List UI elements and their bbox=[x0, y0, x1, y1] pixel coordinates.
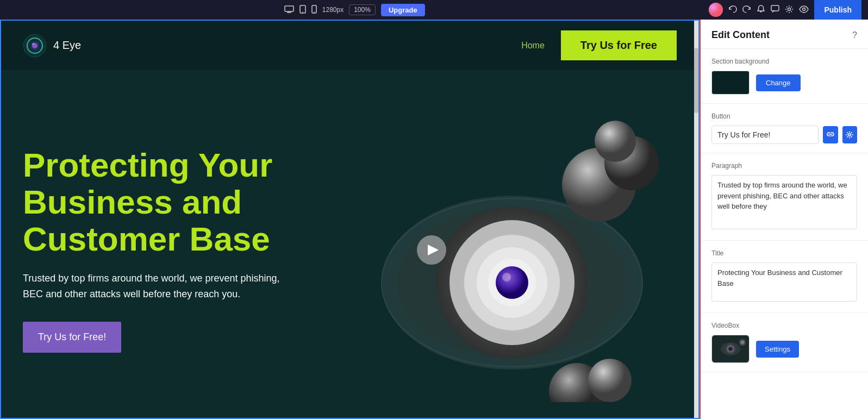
mobile-icon[interactable] bbox=[311, 5, 317, 15]
svg-point-6 bbox=[314, 11, 315, 12]
hero-subtitle: Trusted by top firms around the world, w… bbox=[23, 271, 284, 302]
preview-button[interactable] bbox=[799, 5, 809, 15]
svg-rect-0 bbox=[285, 6, 294, 11]
svg-point-7 bbox=[709, 3, 723, 17]
nav-right: Home Try Us for Free bbox=[521, 30, 677, 60]
button-input-row bbox=[711, 126, 857, 144]
videobox-row: Settings bbox=[711, 335, 857, 363]
undo-button[interactable] bbox=[728, 5, 737, 15]
title-label: Title bbox=[711, 249, 857, 257]
button-link-icon[interactable] bbox=[823, 126, 838, 143]
svg-point-41 bbox=[741, 341, 744, 344]
button-settings-icon[interactable] bbox=[842, 126, 858, 143]
videobox-section: VideoBox Settin bbox=[701, 313, 868, 372]
svg-rect-8 bbox=[771, 5, 779, 11]
nav-cta-button[interactable]: Try Us for Free bbox=[561, 30, 677, 60]
section-bg-section: Section background Change bbox=[701, 49, 868, 104]
scrollbar-thumb[interactable] bbox=[694, 48, 698, 113]
title-textarea[interactable] bbox=[711, 262, 857, 302]
svg-point-4 bbox=[302, 11, 303, 12]
toolbar-center: 1280px 100% Upgrade bbox=[7, 4, 702, 16]
videobox-thumbnail-img bbox=[714, 337, 747, 361]
svg-point-30 bbox=[588, 359, 632, 402]
edit-panel-header: Edit Content ? bbox=[701, 20, 868, 49]
videobox-settings-button[interactable]: Settings bbox=[756, 341, 799, 358]
toolbar: 1280px 100% Upgrade Publish bbox=[0, 0, 868, 20]
upgrade-button[interactable]: Upgrade bbox=[381, 4, 425, 16]
section-bg-row: Change bbox=[711, 71, 857, 95]
title-section: Title bbox=[701, 241, 868, 313]
hero-cta-button[interactable]: Try Us for Free! bbox=[23, 322, 121, 353]
section-bg-label: Section background bbox=[711, 58, 857, 65]
logo-text: 4 Eye bbox=[53, 39, 81, 52]
notifications-button[interactable] bbox=[757, 5, 765, 15]
hero-section: Protecting Your Business and Customer Ba… bbox=[1, 71, 698, 418]
button-label: Button bbox=[711, 112, 857, 120]
avatar[interactable] bbox=[709, 3, 723, 17]
hero-left: Protecting Your Business and Customer Ba… bbox=[23, 147, 284, 353]
videobox-label: VideoBox bbox=[711, 322, 857, 329]
zoom-selector[interactable]: 100% bbox=[349, 4, 376, 15]
paragraph-label: Paragraph bbox=[711, 162, 857, 170]
svg-point-24 bbox=[502, 273, 511, 282]
main-content: 4 Eye Home Try Us for Free Protecting Yo… bbox=[0, 20, 868, 419]
svg-point-39 bbox=[729, 348, 732, 351]
edit-panel-title: Edit Content bbox=[711, 29, 770, 41]
publish-button[interactable]: Publish bbox=[814, 0, 861, 20]
hero-visual bbox=[315, 71, 698, 418]
hero-illustration bbox=[338, 87, 675, 402]
resolution-display: 1280px bbox=[322, 6, 344, 14]
change-bg-button[interactable]: Change bbox=[756, 74, 801, 91]
canvas-area: 4 Eye Home Try Us for Free Protecting Yo… bbox=[0, 20, 700, 419]
scrollbar[interactable] bbox=[694, 21, 698, 418]
svg-point-15 bbox=[32, 43, 34, 45]
logo-area: 4 Eye bbox=[23, 34, 81, 58]
paragraph-textarea[interactable] bbox=[711, 175, 857, 229]
videobox-thumbnail[interactable] bbox=[711, 335, 750, 363]
svg-point-23 bbox=[496, 266, 528, 299]
section-bg-swatch[interactable] bbox=[711, 71, 750, 95]
redo-button[interactable] bbox=[742, 5, 751, 15]
edit-panel: Edit Content ? Section background Change… bbox=[700, 20, 868, 419]
button-section: Button bbox=[701, 104, 868, 153]
svg-point-33 bbox=[848, 134, 851, 136]
website-preview: 4 Eye Home Try Us for Free Protecting Yo… bbox=[0, 20, 700, 419]
button-text-input[interactable] bbox=[711, 126, 819, 144]
comments-button[interactable] bbox=[771, 5, 779, 15]
svg-point-10 bbox=[803, 8, 805, 10]
tablet-icon[interactable] bbox=[299, 5, 306, 15]
toolbar-right: Publish bbox=[709, 0, 861, 20]
svg-point-28 bbox=[595, 121, 636, 162]
nav-home-link[interactable]: Home bbox=[521, 41, 545, 51]
nav-bar: 4 Eye Home Try Us for Free bbox=[1, 21, 698, 71]
settings-button[interactable] bbox=[785, 5, 794, 15]
help-icon[interactable]: ? bbox=[852, 30, 857, 40]
svg-point-9 bbox=[788, 8, 791, 10]
paragraph-section: Paragraph bbox=[701, 153, 868, 241]
desktop-icon[interactable] bbox=[284, 5, 294, 15]
hero-title: Protecting Your Business and Customer Ba… bbox=[23, 147, 284, 258]
logo-icon bbox=[23, 34, 47, 58]
